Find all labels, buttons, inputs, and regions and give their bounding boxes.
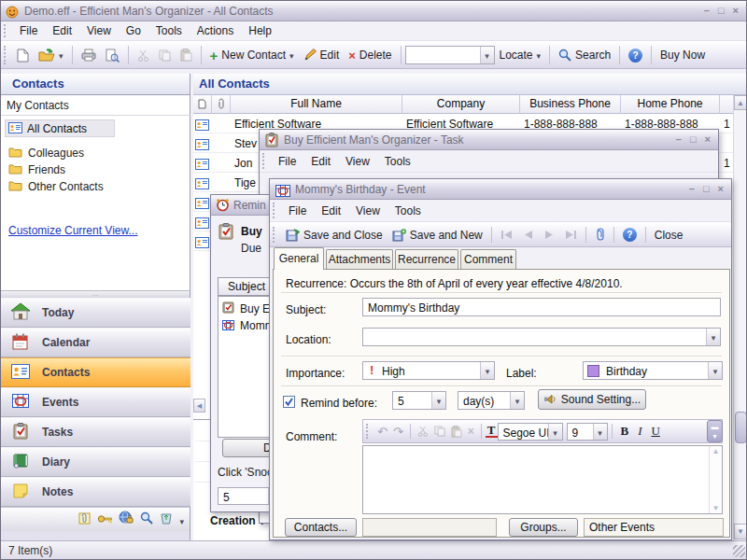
tab-general[interactable]: General <box>274 247 324 270</box>
cut-icon[interactable] <box>415 426 431 437</box>
icon-strip-overflow-icon[interactable] <box>179 511 184 528</box>
sidebar-folder-colleagues[interactable]: Colleagues <box>8 145 84 161</box>
search-button[interactable]: Search <box>554 47 615 63</box>
maximize-icon[interactable]: □ <box>690 133 697 146</box>
importance-combo[interactable]: ! High <box>362 361 495 380</box>
print-button[interactable] <box>77 47 101 63</box>
sidebar-folder-friends[interactable]: Friends <box>8 161 65 178</box>
save-and-new-button[interactable]: Save and New <box>388 227 487 244</box>
nav-contacts[interactable]: Contacts <box>1 357 190 387</box>
paste-button[interactable] <box>176 47 197 63</box>
minimize-icon[interactable]: – <box>704 5 710 17</box>
menu-view[interactable]: View <box>348 203 388 218</box>
toolbar-grip[interactable] <box>273 227 278 244</box>
new-contact-dropdown-icon[interactable] <box>289 49 294 62</box>
font-color-icon[interactable]: T <box>486 425 498 438</box>
menu-tools[interactable]: Tools <box>148 23 190 38</box>
chevron-down-icon[interactable] <box>548 424 562 440</box>
font-size-combo[interactable]: 9 <box>567 423 608 441</box>
menubar-grip[interactable] <box>262 153 268 168</box>
nav-calendar[interactable]: Calendar <box>1 328 190 357</box>
first-record-icon[interactable] <box>496 228 518 242</box>
help-button[interactable] <box>624 47 647 64</box>
chevron-down-icon[interactable] <box>510 392 524 409</box>
print-preview-button[interactable] <box>101 47 124 64</box>
menubar-grip[interactable] <box>4 24 9 37</box>
label-combo[interactable]: Birthday <box>583 361 723 380</box>
tab-attachments[interactable]: Attachments <box>326 249 393 269</box>
menubar-grip[interactable] <box>273 203 278 217</box>
nav-tasks[interactable]: Tasks <box>1 417 190 447</box>
paste-icon[interactable] <box>448 426 465 438</box>
location-combo[interactable] <box>362 328 721 346</box>
previous-record-icon[interactable] <box>518 228 539 242</box>
web-security-icon[interactable] <box>119 511 134 528</box>
menu-edit[interactable]: Edit <box>314 203 348 218</box>
nav-diary[interactable]: Diary <box>1 447 190 477</box>
buy-now-button[interactable]: Buy Now <box>655 47 710 63</box>
close-icon[interactable]: × <box>733 5 739 17</box>
customize-view-link[interactable]: Customize Current View... <box>8 224 138 237</box>
nav-notes[interactable]: Notes <box>1 477 190 507</box>
minimize-icon[interactable]: – <box>676 133 682 146</box>
menu-edit[interactable]: Edit <box>45 23 79 38</box>
nav-events[interactable]: Events <box>1 387 190 417</box>
toolbar-grip[interactable] <box>366 424 372 440</box>
comment-textarea[interactable]: ▲ ▼ <box>362 445 723 514</box>
sidebar-splitter[interactable]: ..... <box>1 290 190 298</box>
new-file-button[interactable] <box>12 47 34 64</box>
copy-button[interactable] <box>154 48 176 63</box>
column-company[interactable]: Company <box>402 95 520 114</box>
help-button[interactable] <box>618 226 641 244</box>
redo-icon[interactable]: ↷ <box>390 425 406 439</box>
sidebar-folder-other-contacts[interactable]: Other Contacts <box>8 178 104 195</box>
toolbar-grip[interactable] <box>4 46 9 64</box>
remind-checkbox[interactable] <box>283 395 295 412</box>
menu-edit[interactable]: Edit <box>303 154 338 169</box>
tab-comment[interactable]: Comment <box>460 249 516 269</box>
locate-dropdown-icon[interactable] <box>480 47 494 63</box>
chevron-down-icon[interactable] <box>593 424 607 440</box>
scroll-up-icon[interactable]: ▲ <box>734 95 747 110</box>
italic-button[interactable]: I <box>633 422 646 441</box>
maximize-icon[interactable]: □ <box>703 183 710 195</box>
font-name-combo[interactable]: Segoe UI <box>498 423 563 441</box>
column-attachment-icon[interactable] <box>212 95 231 114</box>
edit-button[interactable]: Edit <box>299 47 345 63</box>
reminder-list-item[interactable]: Momm <box>222 317 275 334</box>
maximize-icon[interactable]: □ <box>718 5 725 17</box>
close-icon[interactable]: × <box>718 183 724 195</box>
column-full-name[interactable]: Full Name <box>231 95 402 114</box>
nav-today[interactable]: Today <box>1 298 190 328</box>
open-file-button[interactable] <box>34 47 68 63</box>
delete-text-icon[interactable]: × <box>465 425 477 438</box>
chevron-down-icon[interactable] <box>708 362 722 379</box>
password-key-icon[interactable] <box>97 511 112 528</box>
close-button[interactable]: Close <box>650 227 688 244</box>
sidebar-item-all-contacts[interactable]: All Contacts <box>5 119 115 137</box>
tab-recurrence[interactable]: Recurrence <box>395 249 458 269</box>
attach-file-button[interactable] <box>590 226 610 244</box>
minimize-icon[interactable]: – <box>689 183 695 195</box>
copy-icon[interactable] <box>431 426 448 437</box>
menu-help[interactable]: Help <box>241 23 279 38</box>
scroll-down-icon[interactable]: ▼ <box>710 504 722 512</box>
cut-button[interactable] <box>133 48 154 63</box>
chevron-down-icon[interactable] <box>706 329 720 345</box>
menu-tools[interactable]: Tools <box>388 203 429 218</box>
underline-button[interactable]: U <box>647 422 665 441</box>
last-record-icon[interactable] <box>559 228 582 242</box>
groups-button[interactable]: Groups... <box>509 518 578 537</box>
menu-file[interactable]: File <box>271 154 303 169</box>
attachment-note-icon[interactable] <box>78 511 91 528</box>
close-icon[interactable]: × <box>705 133 711 146</box>
save-and-close-button[interactable]: Save and Close <box>281 227 388 244</box>
menu-view[interactable]: View <box>338 154 377 169</box>
next-record-icon[interactable] <box>539 228 559 242</box>
menu-go[interactable]: Go <box>119 23 148 38</box>
delete-button[interactable]: ×Delete <box>344 47 396 64</box>
new-contact-button[interactable]: +New Contact <box>205 46 299 65</box>
list-vertical-scrollbar[interactable]: ▲ ▼ <box>733 95 747 540</box>
menu-file[interactable]: File <box>12 23 45 38</box>
scroll-thumb[interactable] <box>735 412 747 443</box>
